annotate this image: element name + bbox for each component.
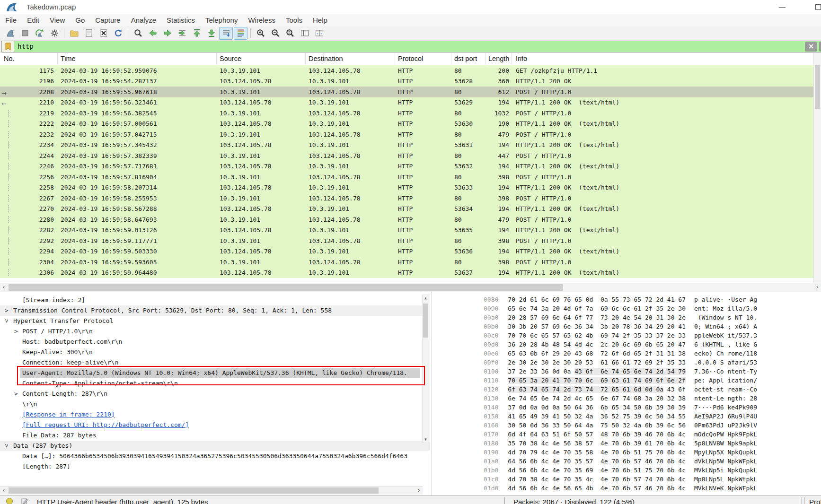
packet-row[interactable]: 22582024-03-19 16:59:58.207314103.124.10…: [0, 182, 813, 193]
go-first-icon[interactable]: [190, 27, 203, 40]
hex-row[interactable]: 00d036 20 28 4b 48 54 4d 4c 2c 20 6c 69 …: [484, 340, 821, 349]
hex-row[interactable]: 016030 50 6d 36 33 50 64 4a 75 50 32 4a …: [484, 421, 821, 430]
detail-line[interactable]: Content-Type: Application/octet-stream\r…: [0, 378, 430, 389]
packet-row[interactable]: 2208→2024-03-19 16:59:55.96761810.3.19.1…: [0, 87, 813, 97]
hex-row[interactable]: 01904d 70 79 4c 4e 70 35 58 4e 70 6b 51 …: [484, 448, 821, 457]
column-header-no[interactable]: No.: [0, 53, 58, 65]
maximize-button[interactable]: [807, 0, 821, 14]
hex-row[interactable]: 00c070 70 6c 65 57 65 62 4b 69 74 2f 35 …: [484, 331, 821, 340]
hex-row[interactable]: 011070 65 3a 20 41 70 70 6c 69 63 61 74 …: [484, 376, 821, 385]
capture-restart-icon[interactable]: [33, 27, 46, 40]
hex-row[interactable]: 01a064 56 6b 4c 4e 70 35 57 4e 70 6b 57 …: [484, 457, 821, 466]
capture-stop-icon[interactable]: [18, 27, 32, 40]
packet-row[interactable]: 2210←2024-03-19 16:59:56.323461103.124.1…: [0, 97, 813, 108]
collapse-icon[interactable]: >: [1, 443, 12, 449]
details-hscrollbar[interactable]: ‹ ›: [0, 486, 423, 495]
packet-row[interactable]: 22442024-03-19 16:59:57.38233910.3.19.10…: [0, 150, 813, 161]
hex-row[interactable]: 018035 70 38 4c 4e 56 38 57 4e 70 6b 39 …: [484, 439, 821, 448]
packet-row[interactable]: 22822024-03-19 16:59:59.013126103.124.10…: [0, 225, 813, 236]
packet-row[interactable]: 22342024-03-19 16:59:57.345432103.124.10…: [0, 140, 813, 151]
menu-go[interactable]: Go: [70, 14, 90, 26]
filter-bookmark-icon[interactable]: [2, 41, 14, 52]
detail-line[interactable]: Host: badbutperfect.com\r\n: [0, 337, 430, 347]
scroll-thumb[interactable]: [9, 284, 563, 291]
scroll-down-icon[interactable]: ▼: [423, 437, 429, 442]
scroll-left-icon[interactable]: ‹: [0, 487, 8, 495]
hex-row[interactable]: 009065 6e 74 3a 20 4d 6f 7a 69 6c 6c 61 …: [484, 304, 821, 313]
detail-line[interactable]: Data […]: 5064366b6534506b39303941654939…: [0, 451, 430, 461]
scroll-right-icon[interactable]: ›: [813, 283, 821, 292]
packet-row[interactable]: 22922024-03-19 16:59:59.11777110.3.19.10…: [0, 235, 813, 246]
go-last-icon[interactable]: [204, 27, 218, 40]
detail-line[interactable]: [Stream index: 2]: [0, 295, 430, 305]
menu-file[interactable]: File: [0, 14, 22, 26]
hex-row[interactable]: 014037 0d 0a 0d 0a 50 64 36 6b 65 34 50 …: [484, 403, 821, 412]
filter-apply-button[interactable]: →: [819, 42, 821, 52]
packet-row[interactable]: 22802024-03-19 16:59:58.64769310.3.19.10…: [0, 214, 813, 225]
hex-row[interactable]: 00e065 63 6b 6f 29 20 43 68 72 6f 6d 65 …: [484, 349, 821, 358]
detail-link[interactable]: [Response in frame: 2210]: [22, 411, 115, 418]
menu-wireless[interactable]: Wireless: [243, 14, 281, 26]
column-header-length[interactable]: Length: [486, 53, 512, 65]
scroll-up-icon[interactable]: ▲: [423, 296, 429, 300]
packet-row[interactable]: 23062024-03-19 16:59:59.964480103.124.10…: [0, 268, 813, 278]
hex-row[interactable]: 008070 2d 61 6c 69 76 65 0d 0a 55 73 65 …: [484, 295, 821, 304]
detail-line[interactable]: [Full request URI: http://badbutperfect.…: [0, 420, 430, 430]
go-to-packet-icon[interactable]: [175, 27, 189, 40]
status-profile[interactable]: Profile: Default: [809, 498, 821, 504]
menu-help[interactable]: Help: [308, 14, 333, 26]
packet-row[interactable]: 22462024-03-19 16:59:57.717681103.124.10…: [0, 161, 813, 172]
display-filter-field[interactable]: http ✕ →: [1, 41, 821, 52]
packet-row[interactable]: 23042024-03-19 16:59:59.59360510.3.19.10…: [0, 257, 813, 268]
hex-row[interactable]: 01306e 74 65 6e 74 2d 4c 65 6e 67 74 68 …: [484, 394, 821, 403]
expert-info-icon[interactable]: [6, 497, 13, 504]
zoom-normal-icon[interactable]: [283, 27, 297, 40]
scroll-thumb[interactable]: [9, 487, 379, 494]
packet-row[interactable]: 22322024-03-19 16:59:57.04271510.3.19.10…: [0, 129, 813, 140]
packet-row[interactable]: 22222024-03-19 16:59:57.000561103.124.10…: [0, 119, 813, 130]
packet-row[interactable]: 21962024-03-19 16:59:54.287137103.124.10…: [0, 76, 813, 87]
packet-row[interactable]: 22562024-03-19 16:59:57.81690410.3.19.10…: [0, 172, 813, 182]
collapse-icon[interactable]: >: [1, 318, 12, 324]
detail-link[interactable]: [Full request URI: http://badbutperfect.…: [22, 421, 189, 428]
capture-options-icon[interactable]: [47, 27, 61, 40]
resize-columns-2-icon[interactable]: [312, 27, 326, 40]
menu-statistics[interactable]: Statistics: [161, 14, 200, 26]
file-save-icon[interactable]: [82, 27, 96, 40]
column-header-destination[interactable]: Destination: [306, 53, 395, 65]
zoom-in-icon[interactable]: [254, 27, 267, 40]
detail-line[interactable]: >POST / HTTP/1.0\r\n: [0, 326, 430, 337]
hex-row[interactable]: 01d04d 56 6b 4c 4e 56 65 4b 4e 70 6b 57 …: [484, 484, 821, 493]
hex-row[interactable]: 015041 65 49 39 41 50 32 4a 36 52 75 39 …: [484, 412, 821, 421]
scroll-left-icon[interactable]: ‹: [0, 283, 8, 292]
hex-row[interactable]: 00b030 3b 20 57 69 6e 36 34 3b 20 78 36 …: [484, 322, 821, 331]
detail-line[interactable]: >Transmission Control Protocol, Src Port…: [0, 305, 430, 316]
packet-row[interactable]: 22942024-03-19 16:59:59.503330103.124.10…: [0, 246, 813, 257]
reload-icon[interactable]: [111, 27, 125, 40]
menu-capture[interactable]: Capture: [90, 14, 125, 26]
go-back-icon[interactable]: [146, 27, 159, 40]
capture-comment-icon[interactable]: [21, 497, 28, 504]
packet-row[interactable]: 22192024-03-19 16:59:56.38254510.3.19.10…: [0, 108, 813, 119]
expand-icon[interactable]: >: [13, 326, 19, 337]
details-vscrollbar[interactable]: ▲ ▼: [422, 295, 430, 443]
hex-row[interactable]: 01706d 4f 64 63 51 6f 50 57 48 70 6b 39 …: [484, 430, 821, 439]
packet-row[interactable]: 22702024-03-19 16:59:58.567288103.124.10…: [0, 204, 813, 215]
packet-row[interactable]: 22672024-03-19 16:59:58.25595310.3.19.10…: [0, 193, 813, 204]
expand-icon[interactable]: >: [13, 389, 19, 399]
resize-columns-icon[interactable]: [298, 27, 311, 40]
filter-input[interactable]: http: [14, 41, 804, 52]
scroll-right-icon[interactable]: ›: [415, 487, 423, 495]
detail-line[interactable]: [Response in frame: 2210]: [0, 409, 430, 420]
column-header-protocol[interactable]: Protocol: [395, 53, 451, 65]
file-open-icon[interactable]: [67, 27, 81, 40]
colorize-icon[interactable]: [234, 27, 247, 40]
menu-edit[interactable]: Edit: [22, 14, 44, 26]
detail-line[interactable]: User-Agent: Mozilla/5.0 (Windows NT 10.0…: [0, 368, 430, 378]
column-header-time[interactable]: Time: [58, 53, 217, 65]
menu-analyze[interactable]: Analyze: [126, 14, 161, 26]
detail-line[interactable]: >Content-Length: 287\r\n: [0, 389, 430, 399]
menu-tools[interactable]: Tools: [281, 14, 308, 26]
menu-telephony[interactable]: Telephony: [200, 14, 243, 26]
detail-line[interactable]: Connection: keep-alive\r\n: [0, 357, 430, 368]
